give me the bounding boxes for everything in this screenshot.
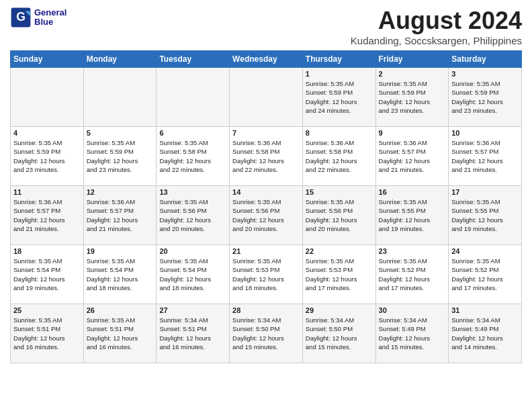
day-number: 21: [232, 247, 300, 255]
cell-content: Sunrise: 5:35 AM Sunset: 5:54 PM Dayligh…: [87, 257, 154, 292]
cell-content: Sunrise: 5:35 AM Sunset: 5:56 PM Dayligh…: [159, 197, 226, 233]
cell-content: Sunrise: 5:35 AM Sunset: 5:52 PM Dayligh…: [379, 257, 446, 292]
cell-content: Sunrise: 5:34 AM Sunset: 5:50 PM Dayligh…: [232, 316, 300, 351]
column-header-saturday: Saturday: [449, 51, 522, 68]
cell-content: Sunrise: 5:35 AM Sunset: 5:51 PM Dayligh…: [13, 316, 81, 351]
calendar-cell: 7Sunrise: 5:36 AM Sunset: 5:58 PM Daylig…: [230, 127, 303, 186]
column-header-tuesday: Tuesday: [157, 51, 230, 68]
calendar-cell: 4Sunrise: 5:35 AM Sunset: 5:59 PM Daylig…: [11, 127, 84, 186]
day-number: 30: [379, 306, 446, 314]
calendar-cell: [157, 68, 230, 127]
calendar-cell: 24Sunrise: 5:35 AM Sunset: 5:52 PM Dayli…: [449, 245, 522, 304]
calendar-cell: 15Sunrise: 5:35 AM Sunset: 5:56 PM Dayli…: [302, 186, 375, 245]
week-row-3: 11Sunrise: 5:36 AM Sunset: 5:57 PM Dayli…: [11, 186, 522, 245]
calendar-cell: 5Sunrise: 5:35 AM Sunset: 5:59 PM Daylig…: [83, 127, 157, 186]
day-number: 12: [87, 188, 154, 196]
cell-content: Sunrise: 5:35 AM Sunset: 5:58 PM Dayligh…: [159, 138, 226, 174]
header-row: SundayMondayTuesdayWednesdayThursdayFrid…: [11, 51, 522, 68]
calendar-cell: 26Sunrise: 5:35 AM Sunset: 5:51 PM Dayli…: [83, 304, 157, 363]
month-title: August 2024: [351, 7, 522, 35]
cell-content: Sunrise: 5:35 AM Sunset: 5:54 PM Dayligh…: [159, 257, 226, 292]
week-row-5: 25Sunrise: 5:35 AM Sunset: 5:51 PM Dayli…: [11, 304, 522, 363]
calendar-cell: 25Sunrise: 5:35 AM Sunset: 5:51 PM Dayli…: [11, 304, 84, 363]
column-header-monday: Monday: [83, 51, 157, 68]
cell-content: Sunrise: 5:34 AM Sunset: 5:50 PM Dayligh…: [306, 316, 373, 351]
calendar-cell: 6Sunrise: 5:35 AM Sunset: 5:58 PM Daylig…: [157, 127, 230, 186]
calendar-cell: 12Sunrise: 5:36 AM Sunset: 5:57 PM Dayli…: [83, 186, 157, 245]
cell-content: Sunrise: 5:35 AM Sunset: 5:52 PM Dayligh…: [451, 257, 519, 292]
calendar-cell: 27Sunrise: 5:34 AM Sunset: 5:51 PM Dayli…: [157, 304, 230, 363]
calendar-cell: 1Sunrise: 5:35 AM Sunset: 5:59 PM Daylig…: [302, 68, 375, 127]
cell-content: Sunrise: 5:34 AM Sunset: 5:49 PM Dayligh…: [379, 316, 446, 351]
cell-content: Sunrise: 5:36 AM Sunset: 5:58 PM Dayligh…: [232, 138, 300, 174]
cell-content: Sunrise: 5:35 AM Sunset: 5:56 PM Dayligh…: [232, 197, 300, 233]
cell-content: Sunrise: 5:35 AM Sunset: 5:55 PM Dayligh…: [379, 197, 446, 233]
calendar-cell: 19Sunrise: 5:35 AM Sunset: 5:54 PM Dayli…: [83, 245, 157, 304]
cell-content: Sunrise: 5:35 AM Sunset: 5:59 PM Dayligh…: [306, 79, 373, 115]
day-number: 13: [159, 188, 226, 196]
day-number: 1: [306, 70, 373, 78]
calendar-cell: 22Sunrise: 5:35 AM Sunset: 5:53 PM Dayli…: [302, 245, 375, 304]
calendar-cell: 3Sunrise: 5:35 AM Sunset: 5:59 PM Daylig…: [449, 68, 522, 127]
cell-content: Sunrise: 5:36 AM Sunset: 5:57 PM Dayligh…: [451, 138, 519, 174]
cell-content: Sunrise: 5:34 AM Sunset: 5:51 PM Dayligh…: [159, 316, 226, 351]
cell-content: Sunrise: 5:36 AM Sunset: 5:57 PM Dayligh…: [379, 138, 446, 174]
cell-content: Sunrise: 5:35 AM Sunset: 5:53 PM Dayligh…: [232, 257, 300, 292]
cell-content: Sunrise: 5:35 AM Sunset: 5:56 PM Dayligh…: [306, 197, 373, 233]
day-number: 28: [232, 306, 300, 314]
day-number: 8: [306, 129, 373, 137]
day-number: 24: [451, 247, 519, 255]
column-header-wednesday: Wednesday: [230, 51, 303, 68]
week-row-4: 18Sunrise: 5:35 AM Sunset: 5:54 PM Dayli…: [11, 245, 522, 304]
day-number: 16: [379, 188, 446, 196]
day-number: 7: [232, 129, 300, 137]
calendar-cell: [11, 68, 84, 127]
calendar-cell: 2Sunrise: 5:35 AM Sunset: 5:59 PM Daylig…: [375, 68, 449, 127]
week-row-2: 4Sunrise: 5:35 AM Sunset: 5:59 PM Daylig…: [11, 127, 522, 186]
logo-line1: General: [34, 8, 66, 17]
calendar-cell: [230, 68, 303, 127]
calendar-cell: 11Sunrise: 5:36 AM Sunset: 5:57 PM Dayli…: [11, 186, 84, 245]
calendar-table: SundayMondayTuesdayWednesdayThursdayFrid…: [10, 50, 522, 363]
day-number: 27: [159, 306, 226, 314]
day-number: 11: [13, 188, 81, 196]
day-number: 5: [87, 129, 154, 137]
calendar-cell: 13Sunrise: 5:35 AM Sunset: 5:56 PM Dayli…: [157, 186, 230, 245]
day-number: 10: [451, 129, 519, 137]
logo: G General Blue: [10, 7, 66, 28]
day-number: 2: [379, 70, 446, 78]
cell-content: Sunrise: 5:36 AM Sunset: 5:57 PM Dayligh…: [87, 197, 154, 233]
calendar-cell: 8Sunrise: 5:36 AM Sunset: 5:58 PM Daylig…: [302, 127, 375, 186]
day-number: 18: [13, 247, 81, 255]
day-number: 31: [451, 306, 519, 314]
cell-content: Sunrise: 5:35 AM Sunset: 5:59 PM Dayligh…: [13, 138, 81, 174]
day-number: 15: [306, 188, 373, 196]
cell-content: Sunrise: 5:34 AM Sunset: 5:49 PM Dayligh…: [451, 316, 519, 351]
column-header-friday: Friday: [375, 51, 449, 68]
day-number: 22: [306, 247, 373, 255]
calendar-cell: 14Sunrise: 5:35 AM Sunset: 5:56 PM Dayli…: [230, 186, 303, 245]
cell-content: Sunrise: 5:35 AM Sunset: 5:55 PM Dayligh…: [451, 197, 519, 233]
day-number: 29: [306, 306, 373, 314]
week-row-1: 1Sunrise: 5:35 AM Sunset: 5:59 PM Daylig…: [11, 68, 522, 127]
cell-content: Sunrise: 5:35 AM Sunset: 5:54 PM Dayligh…: [13, 257, 81, 292]
day-number: 17: [451, 188, 519, 196]
cell-content: Sunrise: 5:35 AM Sunset: 5:53 PM Dayligh…: [306, 257, 373, 292]
day-number: 23: [379, 247, 446, 255]
calendar-cell: 31Sunrise: 5:34 AM Sunset: 5:49 PM Dayli…: [449, 304, 522, 363]
cell-content: Sunrise: 5:35 AM Sunset: 5:59 PM Dayligh…: [451, 79, 519, 115]
logo-icon: G: [10, 7, 32, 28]
day-number: 25: [13, 306, 81, 314]
calendar-cell: 18Sunrise: 5:35 AM Sunset: 5:54 PM Dayli…: [11, 245, 84, 304]
day-number: 4: [13, 129, 81, 137]
calendar-cell: 16Sunrise: 5:35 AM Sunset: 5:55 PM Dayli…: [375, 186, 449, 245]
day-number: 14: [232, 188, 300, 196]
day-number: 26: [87, 306, 154, 314]
title-area: August 2024 Kudanding, Soccsksargen, Phi…: [351, 7, 522, 46]
logo-line2: Blue: [34, 17, 66, 27]
column-header-sunday: Sunday: [11, 51, 84, 68]
calendar-cell: 17Sunrise: 5:35 AM Sunset: 5:55 PM Dayli…: [449, 186, 522, 245]
svg-text:G: G: [16, 10, 26, 24]
cell-content: Sunrise: 5:35 AM Sunset: 5:59 PM Dayligh…: [379, 79, 446, 115]
calendar-cell: 10Sunrise: 5:36 AM Sunset: 5:57 PM Dayli…: [449, 127, 522, 186]
